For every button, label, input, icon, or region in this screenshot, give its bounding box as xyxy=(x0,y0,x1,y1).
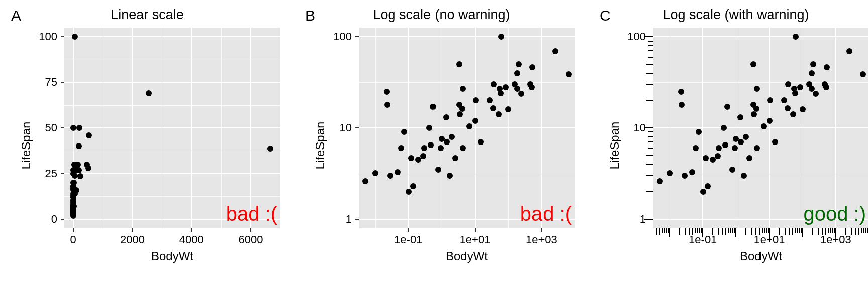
y-tick-label: 0 xyxy=(51,213,57,226)
scatter-point xyxy=(657,178,663,184)
scatter-point xyxy=(797,84,803,90)
scatter-point xyxy=(496,111,502,117)
scatter-point xyxy=(372,170,378,176)
y-tick-label: 75 xyxy=(45,76,57,89)
judgement-annotation: bad :( xyxy=(520,203,572,225)
chart-title-c: Log scale (with warning) xyxy=(598,7,868,23)
scatter-point xyxy=(860,71,866,77)
scatter-point xyxy=(73,187,79,193)
y-tick-label: 25 xyxy=(45,167,57,180)
scatter-point xyxy=(809,70,815,76)
scatter-point xyxy=(421,145,427,151)
scatter-point xyxy=(85,165,91,171)
scatter-point xyxy=(384,89,390,95)
scatter-point xyxy=(384,102,390,108)
scatter-point xyxy=(362,178,368,184)
x-tick-label: 6000 xyxy=(239,233,263,246)
scatter-point xyxy=(738,139,744,145)
chart-title-b: Log scale (no warning) xyxy=(303,7,580,23)
scatter-point xyxy=(443,114,449,120)
scatter-point xyxy=(846,48,852,54)
scatter-point xyxy=(678,89,684,95)
x-axis-title: BodyWt xyxy=(359,249,575,263)
scatter-point xyxy=(410,183,416,189)
scatter-point xyxy=(76,125,82,131)
scatter-point xyxy=(76,167,82,173)
scatter-point xyxy=(705,183,711,189)
scatter-point xyxy=(401,129,407,135)
scatter-point xyxy=(456,61,462,67)
scatter-point xyxy=(420,153,426,159)
y-tick-label: 100 xyxy=(333,30,352,43)
scatter-point xyxy=(767,97,773,103)
scatter-point xyxy=(514,70,520,76)
scatter-point xyxy=(724,104,730,110)
scatter-point xyxy=(679,102,685,108)
y-tick-label: 10 xyxy=(340,121,352,134)
scatter-point xyxy=(785,105,791,111)
scatter-point xyxy=(395,169,401,175)
scatter-point xyxy=(746,155,752,161)
x-tick-label: 2000 xyxy=(120,233,145,246)
scatter-point xyxy=(491,81,497,87)
scatter-point xyxy=(754,86,760,92)
scatter-point xyxy=(751,111,757,117)
scatter-point xyxy=(473,97,479,103)
scatter-point xyxy=(721,125,727,131)
scatter-point xyxy=(428,142,434,148)
scatter-point xyxy=(518,91,524,97)
scatter-point xyxy=(696,129,702,135)
scatter-point xyxy=(800,106,806,112)
facet-tag: A xyxy=(11,7,21,24)
scatter-point xyxy=(737,114,743,120)
scatter-point xyxy=(682,173,688,179)
scatter-point xyxy=(790,111,796,117)
scatter-point xyxy=(76,143,82,149)
x-axis-title: BodyWt xyxy=(653,249,868,263)
facet-c: C Log scale (with warning) LifeSpan 1101… xyxy=(589,0,868,289)
scatter-point xyxy=(435,167,441,173)
scatter-point xyxy=(71,180,77,186)
y-tick-label: 1 xyxy=(346,213,352,226)
scatter-point xyxy=(460,86,466,92)
scatter-point xyxy=(785,81,791,87)
x-tick-label: 4000 xyxy=(179,233,204,246)
scatter-point xyxy=(438,145,444,151)
scatter-point xyxy=(430,104,436,110)
scatter-point xyxy=(146,90,152,96)
scatter-point xyxy=(529,64,535,70)
scatter-point xyxy=(398,145,404,151)
scatter-point xyxy=(761,123,767,129)
scatter-point xyxy=(824,64,830,70)
scatter-point xyxy=(490,105,496,111)
scatter-panel-c: 1101001e-011e+011e+03good :) xyxy=(653,28,868,228)
scatter-panel-a: 02550751000200040006000bad :( xyxy=(64,28,280,228)
scatter-point xyxy=(716,145,722,151)
judgement-annotation: bad :( xyxy=(226,203,277,225)
scatter-point xyxy=(703,155,709,161)
scatter-point xyxy=(810,61,816,67)
x-axis-title: BodyWt xyxy=(64,249,280,263)
scatter-point xyxy=(781,97,787,103)
scatter-point xyxy=(498,90,504,96)
facet-tag: C xyxy=(600,7,611,24)
scatter-point xyxy=(387,173,393,179)
y-tick-label: 100 xyxy=(39,30,57,43)
scatter-point xyxy=(505,106,511,112)
scatter-point xyxy=(267,146,273,152)
scatter-point xyxy=(466,123,472,129)
scatter-point xyxy=(741,173,747,179)
y-tick-label: 50 xyxy=(45,121,57,134)
facet-tag: B xyxy=(305,7,315,24)
scatter-point xyxy=(457,111,463,117)
scatter-point xyxy=(503,84,509,90)
scatter-point xyxy=(459,106,465,112)
scatter-point xyxy=(472,118,478,124)
scatter-point xyxy=(823,84,829,90)
x-tick-label: 0 xyxy=(70,233,76,246)
chart-title-a: Linear scale xyxy=(9,7,285,23)
scatter-point xyxy=(406,189,412,195)
scatter-point xyxy=(447,173,453,179)
y-axis-title: LifeSpan xyxy=(313,122,328,170)
scatter-point xyxy=(444,139,450,145)
